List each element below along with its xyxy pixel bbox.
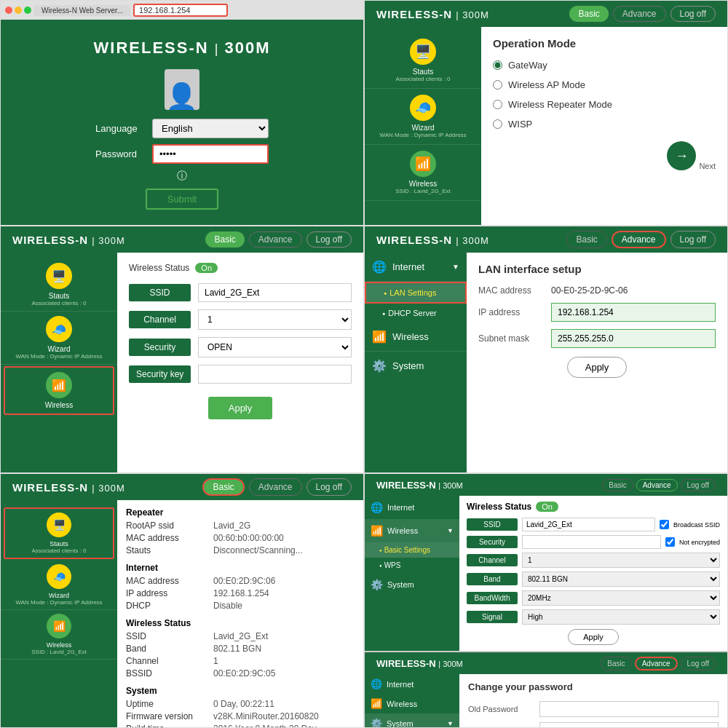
sidebar: 🖥️ Stauts Associated clients : 0 🧢 Wizar… xyxy=(365,27,481,225)
basic-btn-cp[interactable]: Basic xyxy=(601,657,631,670)
ssid-label: SSID xyxy=(129,284,191,301)
info-icon: ⓘ xyxy=(177,170,187,183)
logoff-btn-lan[interactable]: Log off xyxy=(670,231,716,248)
seckey-row: Security key xyxy=(129,365,352,384)
logoff-btn-ws[interactable]: Log off xyxy=(306,232,352,248)
submit-button[interactable]: Submit xyxy=(146,189,218,210)
nav-wizard-label: Wizard xyxy=(411,124,434,132)
router-header-ws: WIRELESS-N | 300M Basic Advance Log off xyxy=(1,226,363,253)
nav-lan-settings[interactable]: ● LAN Settings xyxy=(365,282,467,304)
bandwidth-select-wd[interactable]: 20MHz xyxy=(522,590,720,606)
status-panel: WIRELESS-N | 300M Basic Advance Log off … xyxy=(0,473,364,728)
apply-btn-lan[interactable]: Apply xyxy=(567,357,628,378)
nav-system-wd[interactable]: ⚙️ System xyxy=(365,573,459,596)
wireless-status-label: Wireless Status xyxy=(129,263,189,273)
not-encrypted-label: Not encrypted xyxy=(679,539,720,546)
lan-content: LAN interface setup MAC address 00-E0-25… xyxy=(467,253,727,472)
status-badge: On xyxy=(195,263,218,273)
browser-bar: Wireless-N Web Server... 192.168.1.254 xyxy=(1,1,363,20)
lan-setup-panel: WIRELESS-N | 300M Basic Advance Log off … xyxy=(364,226,728,473)
nav-status[interactable]: 🖥️ Stauts Associated clients : 0 xyxy=(365,33,481,89)
basic-btn-status[interactable]: Basic xyxy=(202,478,244,496)
language-select[interactable]: English xyxy=(152,119,269,138)
nav-internet-lan[interactable]: 🌐 Internet ▼ xyxy=(365,253,467,282)
ip-row-lan: IP address xyxy=(478,303,716,322)
internet-section: Internet MAC address00:E0:2D:9C:06 IP ad… xyxy=(126,563,355,611)
opt-repeater[interactable]: Wireless Repeater Mode xyxy=(493,99,716,110)
nav-wireless-cp[interactable]: 📶 Wireless xyxy=(365,694,459,713)
nav-status-sp[interactable]: 🖥️ Stauts Associated clients : 0 xyxy=(4,507,114,559)
subnet-label-lan: Subnet mask xyxy=(478,333,544,344)
nav-wizard[interactable]: 🧢 Wizard WAN Mode : Dynamic IP Address xyxy=(365,89,481,145)
nav-wireless-wd[interactable]: 📶 Wireless ▼ xyxy=(365,519,459,542)
next-button[interactable]: → xyxy=(667,141,696,170)
basic-btn[interactable]: Basic xyxy=(569,6,608,22)
nav-dhcp[interactable]: ● DHCP Server xyxy=(365,304,467,323)
logoff-btn[interactable]: Log off xyxy=(670,6,716,22)
opt-ap[interactable]: Wireless AP Mode xyxy=(493,79,716,90)
band-select-wd[interactable]: 802.11 BGN xyxy=(522,571,720,587)
new-pwd-input[interactable] xyxy=(539,722,719,728)
apply-btn-ws[interactable]: Apply xyxy=(208,397,273,419)
nav-internet-wd[interactable]: 🌐 Internet xyxy=(365,496,459,519)
channel-select-wd[interactable]: 1 xyxy=(522,553,720,568)
channel-select[interactable]: 1 xyxy=(198,309,352,330)
logoff-btn-wd[interactable]: Log off xyxy=(681,479,716,491)
nav-wireless-sp[interactable]: 📶 Wireless SSID : Lavid_2G_Ext xyxy=(1,610,117,660)
nav-status-ws[interactable]: 🖥️ Stauts Associated clients : 0 xyxy=(1,258,117,312)
advance-btn-ws[interactable]: Advance xyxy=(249,232,302,248)
system-section: System Uptime0 Day, 00:22:11 Firmware ve… xyxy=(126,686,355,727)
lan-title: LAN interface setup xyxy=(478,263,716,275)
basic-btn-lan[interactable]: Basic xyxy=(566,231,606,248)
channel-label: Channel xyxy=(129,311,191,328)
ssid-input[interactable] xyxy=(198,283,352,302)
logoff-btn-status[interactable]: Log off xyxy=(306,478,352,496)
password-input[interactable] xyxy=(152,144,269,164)
apply-btn-wd[interactable]: Apply xyxy=(568,629,619,645)
opt-gateway[interactable]: GateWay xyxy=(493,60,716,71)
opmode-panel: WIRELESS-N | 300M Basic Advance Log off … xyxy=(364,0,728,226)
advance-btn[interactable]: Advance xyxy=(613,6,666,22)
advance-btn-wd[interactable]: Advance xyxy=(636,479,678,491)
change-pwd-title: Change your password xyxy=(468,681,719,692)
security-select[interactable]: OPEN xyxy=(198,337,352,357)
basic-btn-wd[interactable]: Basic xyxy=(602,479,633,491)
ws-content: Wireless Status On SSID Channel 1 Securi… xyxy=(117,253,363,472)
nav-wizard-ws[interactable]: 🧢 Wizard WAN Mode : Dynamic IP Address xyxy=(1,312,117,365)
ssid-input-wd[interactable] xyxy=(522,518,655,531)
wd-title: Wireless Status xyxy=(467,502,531,512)
sidebar-ws: 🖥️ Stauts Associated clients : 0 🧢 Wizar… xyxy=(1,253,117,472)
nav-wireless[interactable]: 📶 Wireless SSID : Lavid_2G_Ext xyxy=(365,145,481,201)
nav-system-lan[interactable]: ⚙️ System xyxy=(365,352,467,380)
basic-btn-ws[interactable]: Basic xyxy=(205,232,244,248)
advance-btn-lan[interactable]: Advance xyxy=(612,231,666,248)
ip-input-lan[interactable] xyxy=(551,303,716,322)
security-row: Security OPEN xyxy=(129,337,352,357)
opt-wisp[interactable]: WISP xyxy=(493,119,716,130)
nav-status-sub: Associated clients : 0 xyxy=(395,76,450,82)
advance-btn-status[interactable]: Advance xyxy=(249,478,302,496)
logoff-btn-cp[interactable]: Log off xyxy=(681,657,716,670)
not-encrypted-checkbox[interactable] xyxy=(665,537,675,547)
router-header-status: WIRELESS-N | 300M Basic Advance Log off xyxy=(1,474,363,500)
nav-system-cp[interactable]: ⚙️ System ▼ xyxy=(365,713,459,728)
broadcast-checkbox[interactable] xyxy=(660,520,669,529)
old-pwd-input[interactable] xyxy=(539,701,719,717)
seckey-input[interactable] xyxy=(198,365,352,384)
subnet-input-lan[interactable] xyxy=(551,329,716,348)
security-input-wd[interactable] xyxy=(522,535,661,549)
nav-wizard-sp[interactable]: 🧢 Wizard WAN Mode : Dynamic IP Address xyxy=(1,561,117,610)
nav-wps-wd[interactable]: ● WPS xyxy=(365,558,459,573)
signal-select-wd[interactable]: High xyxy=(522,609,720,625)
nav-wireless-ws[interactable]: 📶 Wireless xyxy=(4,366,114,415)
internet-title: Internet xyxy=(126,563,355,573)
sidebar-status: 🖥️ Stauts Associated clients : 0 🧢 Wizar… xyxy=(1,500,117,727)
browser-tab[interactable]: Wireless-N Web Server... xyxy=(34,5,130,16)
url-bar[interactable]: 192.168.1.254 xyxy=(133,4,228,17)
advance-btn-cp[interactable]: Advance xyxy=(635,657,678,670)
router-brand-ws: WIRELESS-N | 300M xyxy=(12,234,125,246)
panel-title: WIRELESS-N | 300M xyxy=(94,39,271,58)
nav-wireless-lan[interactable]: 📶 Wireless xyxy=(365,323,467,352)
nav-basic-settings-wd[interactable]: ● Basic Settings xyxy=(365,542,459,558)
nav-internet-cp[interactable]: 🌐 Internet xyxy=(365,674,459,694)
